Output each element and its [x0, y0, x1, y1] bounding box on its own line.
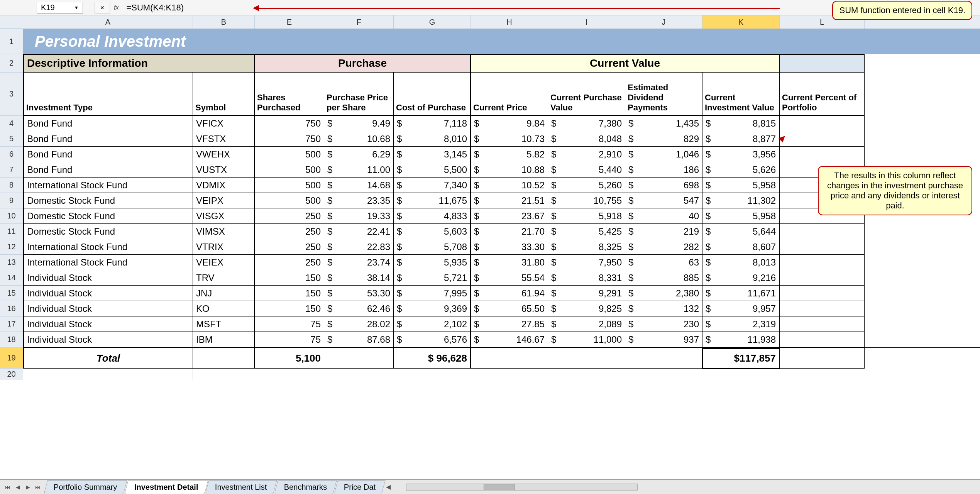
- total-shares[interactable]: 5,100: [255, 348, 324, 369]
- cell[interactable]: $31.80: [471, 255, 548, 270]
- cell[interactable]: 750: [255, 116, 324, 131]
- cell[interactable]: $8,607: [702, 239, 780, 255]
- cell[interactable]: VDMIX: [193, 178, 255, 193]
- cell[interactable]: [780, 255, 865, 270]
- cancel-formula-icon[interactable]: ✕: [95, 2, 110, 14]
- cell[interactable]: VUSTX: [193, 162, 255, 178]
- cell[interactable]: $8,877: [702, 131, 780, 147]
- cell[interactable]: VISGX: [193, 208, 255, 224]
- cell[interactable]: VEIPX: [193, 193, 255, 208]
- cell[interactable]: $19.33: [324, 208, 394, 224]
- row-header-15[interactable]: 15: [0, 286, 23, 301]
- cell[interactable]: $21.51: [471, 193, 548, 208]
- cell[interactable]: $4,833: [394, 208, 471, 224]
- row-header-20[interactable]: 20: [0, 369, 23, 380]
- cell[interactable]: $1,435: [625, 116, 702, 131]
- cell[interactable]: $10.73: [471, 131, 548, 147]
- total-symbol[interactable]: [193, 348, 255, 369]
- cell[interactable]: Domestic Stock Fund: [23, 193, 193, 208]
- cell[interactable]: 75: [255, 316, 324, 332]
- cell[interactable]: $40: [625, 208, 702, 224]
- cell[interactable]: $9,957: [702, 301, 780, 316]
- cell[interactable]: $5,603: [394, 224, 471, 239]
- cell[interactable]: $8,325: [548, 239, 625, 255]
- row-header-9[interactable]: 9: [0, 193, 23, 208]
- cell[interactable]: $2,089: [548, 316, 625, 332]
- cell[interactable]: VWEHX: [193, 147, 255, 162]
- col-header-B[interactable]: B: [193, 15, 255, 29]
- cell[interactable]: $5,626: [702, 162, 780, 178]
- cell[interactable]: VIMSX: [193, 224, 255, 239]
- cell[interactable]: $53.30: [324, 286, 394, 301]
- cell[interactable]: $5,260: [548, 178, 625, 193]
- cell[interactable]: $11.00: [324, 162, 394, 178]
- cell[interactable]: 250: [255, 224, 324, 239]
- cell[interactable]: 500: [255, 193, 324, 208]
- cell[interactable]: $146.67: [471, 332, 548, 347]
- cell[interactable]: Individual Stock: [23, 332, 193, 347]
- cell[interactable]: 250: [255, 255, 324, 270]
- cell[interactable]: $698: [625, 178, 702, 193]
- cell[interactable]: $3,956: [702, 147, 780, 162]
- cell[interactable]: 500: [255, 178, 324, 193]
- total-civ[interactable]: $117,857: [702, 348, 780, 369]
- cell[interactable]: $11,675: [394, 193, 471, 208]
- cell[interactable]: 750: [255, 131, 324, 147]
- cell[interactable]: 250: [255, 239, 324, 255]
- row-header-6[interactable]: 6: [0, 147, 23, 162]
- cell[interactable]: Domestic Stock Fund: [23, 224, 193, 239]
- cell[interactable]: MSFT: [193, 316, 255, 332]
- cell[interactable]: $937: [625, 332, 702, 347]
- cell[interactable]: $11,671: [702, 286, 780, 301]
- row-header-13[interactable]: 13: [0, 255, 23, 270]
- cell[interactable]: Domestic Stock Fund: [23, 208, 193, 224]
- cell[interactable]: $8,331: [548, 270, 625, 286]
- cell[interactable]: Bond Fund: [23, 162, 193, 178]
- row-header-3[interactable]: 3: [0, 73, 23, 116]
- select-all-corner[interactable]: [0, 15, 23, 29]
- cell[interactable]: Individual Stock: [23, 301, 193, 316]
- total-pps[interactable]: [324, 348, 394, 369]
- cell[interactable]: International Stock Fund: [23, 255, 193, 270]
- cell[interactable]: [780, 332, 865, 347]
- cell[interactable]: Individual Stock: [23, 270, 193, 286]
- cell[interactable]: $5,425: [548, 224, 625, 239]
- cell[interactable]: Individual Stock: [23, 286, 193, 301]
- cell[interactable]: $5,918: [548, 208, 625, 224]
- cell[interactable]: $3,145: [394, 147, 471, 162]
- cell[interactable]: Bond Fund: [23, 131, 193, 147]
- cell[interactable]: $6.29: [324, 147, 394, 162]
- cell[interactable]: $33.30: [471, 239, 548, 255]
- row-header-12[interactable]: 12: [0, 239, 23, 255]
- cell[interactable]: $2,319: [702, 316, 780, 332]
- cell[interactable]: 150: [255, 286, 324, 301]
- cell[interactable]: $11,000: [548, 332, 625, 347]
- cell[interactable]: $6,576: [394, 332, 471, 347]
- row-header-1[interactable]: 1: [0, 29, 23, 54]
- col-header-F[interactable]: F: [324, 15, 394, 29]
- cell[interactable]: $5,721: [394, 270, 471, 286]
- cell[interactable]: $547: [625, 193, 702, 208]
- cell[interactable]: VEIEX: [193, 255, 255, 270]
- row-header-2[interactable]: 2: [0, 54, 23, 73]
- cell[interactable]: $38.14: [324, 270, 394, 286]
- cell[interactable]: [780, 286, 865, 301]
- cell[interactable]: $9,216: [702, 270, 780, 286]
- cell[interactable]: VTRIX: [193, 239, 255, 255]
- cell[interactable]: [780, 131, 865, 147]
- row-header-17[interactable]: 17: [0, 316, 23, 332]
- tab-nav-prev-icon[interactable]: ◀: [14, 483, 22, 491]
- name-box[interactable]: K19 ▼: [37, 2, 83, 14]
- cell[interactable]: 75: [255, 332, 324, 347]
- cell[interactable]: $8,013: [702, 255, 780, 270]
- cell[interactable]: TRV: [193, 270, 255, 286]
- cell[interactable]: $65.50: [471, 301, 548, 316]
- cell[interactable]: $62.46: [324, 301, 394, 316]
- cell[interactable]: $5,644: [702, 224, 780, 239]
- col-header-I[interactable]: I: [548, 15, 625, 29]
- cell[interactable]: [780, 116, 865, 131]
- cell[interactable]: $9,369: [394, 301, 471, 316]
- row-header-5[interactable]: 5: [0, 131, 23, 147]
- col-header-J[interactable]: J: [625, 15, 702, 29]
- cell[interactable]: $1,046: [625, 147, 702, 162]
